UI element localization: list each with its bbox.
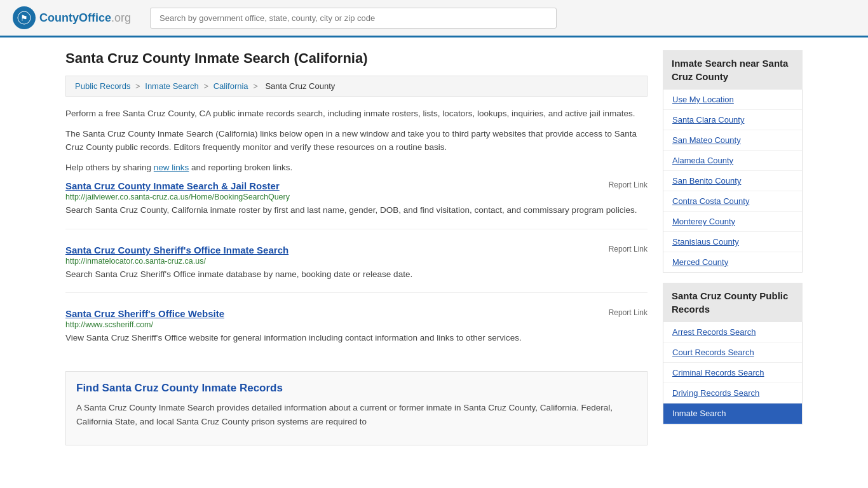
sidebar-nearby-link[interactable]: Alameda County: [672, 156, 733, 165]
breadcrumb-current: Santa Cruz County: [265, 81, 335, 91]
sidebar-nearby-item: Contra Costa County: [663, 191, 802, 212]
resource-desc: Search Santa Cruz County, California inm…: [65, 204, 648, 217]
sidebar-public-item: Criminal Records Search: [663, 363, 802, 383]
sidebar-nearby-item: Merced County: [663, 252, 802, 272]
sidebar-inmate-nearby: Inmate Search near Santa Cruz County Use…: [663, 50, 803, 273]
sidebar-nearby-item: San Mateo County: [663, 130, 802, 151]
description-3: Help others by sharing new links and rep…: [65, 161, 648, 175]
sidebar-nearby-item: Santa Clara County: [663, 110, 802, 130]
resource-url[interactable]: http://inmatelocator.co.santa-cruz.ca.us…: [65, 257, 648, 266]
sidebar-nearby-link[interactable]: Monterey County: [672, 217, 735, 226]
report-link[interactable]: Report Link: [609, 245, 648, 254]
resource-url[interactable]: http://jailviewer.co.santa-cruz.ca.us/Ho…: [65, 193, 648, 201]
main-container: Santa Cruz County Inmate Search (Califor…: [53, 37, 815, 458]
resource-title[interactable]: Santa Cruz County Inmate Search & Jail R…: [65, 180, 280, 191]
header: ⚑ CountyOffice.org: [0, 0, 868, 37]
logo-text: CountyOffice.org: [39, 11, 131, 25]
sidebar-public-link[interactable]: Inmate Search: [672, 409, 726, 418]
sidebar-public-records-title: Santa Cruz County Public Records: [663, 283, 803, 322]
sidebar-nearby-link[interactable]: Merced County: [672, 257, 728, 267]
resource-desc: Search Santa Cruz Sheriff's Office inmat…: [65, 268, 648, 281]
sidebar-public-link[interactable]: Criminal Records Search: [672, 368, 764, 377]
sidebar-public-item: Driving Records Search: [663, 383, 802, 403]
sidebar-nearby-item: Alameda County: [663, 151, 802, 171]
description-2: The Santa Cruz County Inmate Search (Cal…: [65, 127, 648, 154]
resource-title[interactable]: Santa Cruz County Sheriff's Office Inmat…: [65, 245, 288, 255]
sidebar-public-item: Inmate Search: [663, 403, 802, 424]
sidebar-nearby-item: San Benito County: [663, 171, 802, 191]
report-link[interactable]: Report Link: [609, 308, 648, 317]
sidebar-public-link[interactable]: Court Records Search: [672, 348, 754, 357]
sidebar-nearby-link[interactable]: San Mateo County: [672, 135, 741, 145]
breadcrumb-inmate-search[interactable]: Inmate Search: [145, 81, 199, 91]
sidebar-public-item: Court Records Search: [663, 342, 802, 363]
sidebar-nearby-link[interactable]: Use My Location: [672, 95, 734, 104]
find-section-heading: Find Santa Cruz County Inmate Records: [76, 382, 637, 395]
sidebar-public-records-list: Arrest Records SearchCourt Records Searc…: [663, 322, 803, 424]
breadcrumb-california[interactable]: California: [214, 81, 248, 91]
sidebar-nearby-item: Use My Location: [663, 90, 802, 110]
resource-entry: Santa Cruz Sheriff's Office Website Repo…: [65, 308, 648, 356]
description-1: Perform a free Santa Cruz County, CA pub…: [65, 107, 648, 121]
sidebar-public-item: Arrest Records Search: [663, 322, 802, 342]
sidebar-nearby-title: Inmate Search near Santa Cruz County: [663, 50, 803, 90]
search-bar[interactable]: [150, 8, 557, 29]
sidebar-nearby-item: Monterey County: [663, 212, 802, 232]
sidebar-nearby-link[interactable]: Contra Costa County: [672, 196, 749, 206]
breadcrumb-public-records[interactable]: Public Records: [75, 81, 130, 91]
find-section: Find Santa Cruz County Inmate Records A …: [65, 371, 648, 445]
resource-title[interactable]: Santa Cruz Sheriff's Office Website: [65, 308, 224, 319]
find-section-text: A Santa Cruz County Inmate Search provid…: [76, 401, 637, 428]
resource-entry: Santa Cruz County Inmate Search & Jail R…: [65, 180, 648, 229]
sidebar-nearby-link[interactable]: San Benito County: [672, 176, 741, 186]
search-input[interactable]: [150, 8, 557, 29]
resource-entry: Santa Cruz County Sheriff's Office Inmat…: [65, 245, 648, 293]
sidebar-public-link[interactable]: Driving Records Search: [672, 388, 759, 398]
report-link[interactable]: Report Link: [609, 180, 648, 189]
logo-icon: ⚑: [13, 6, 36, 29]
resource-desc: View Santa Cruz Sheriff's Office website…: [65, 332, 648, 344]
resource-url[interactable]: http://www.scsheriff.com/: [65, 320, 648, 329]
breadcrumb: Public Records > Inmate Search > Califor…: [65, 76, 648, 97]
sidebar: Inmate Search near Santa Cruz County Use…: [663, 50, 803, 445]
svg-text:⚑: ⚑: [20, 13, 28, 23]
new-links-link[interactable]: new links: [154, 163, 189, 172]
resources: Santa Cruz County Inmate Search & Jail R…: [65, 180, 648, 356]
sidebar-public-link[interactable]: Arrest Records Search: [672, 327, 756, 337]
sidebar-nearby-list: Use My LocationSanta Clara CountySan Mat…: [663, 90, 803, 273]
sidebar-nearby-link[interactable]: Santa Clara County: [672, 115, 744, 125]
logo-area: ⚑ CountyOffice.org: [13, 6, 131, 29]
page-title: Santa Cruz County Inmate Search (Califor…: [65, 50, 648, 67]
content: Santa Cruz County Inmate Search (Califor…: [65, 50, 648, 445]
sidebar-public-records: Santa Cruz County Public Records Arrest …: [663, 283, 803, 424]
sidebar-nearby-link[interactable]: Stanislaus County: [672, 237, 739, 247]
sidebar-nearby-item: Stanislaus County: [663, 232, 802, 252]
